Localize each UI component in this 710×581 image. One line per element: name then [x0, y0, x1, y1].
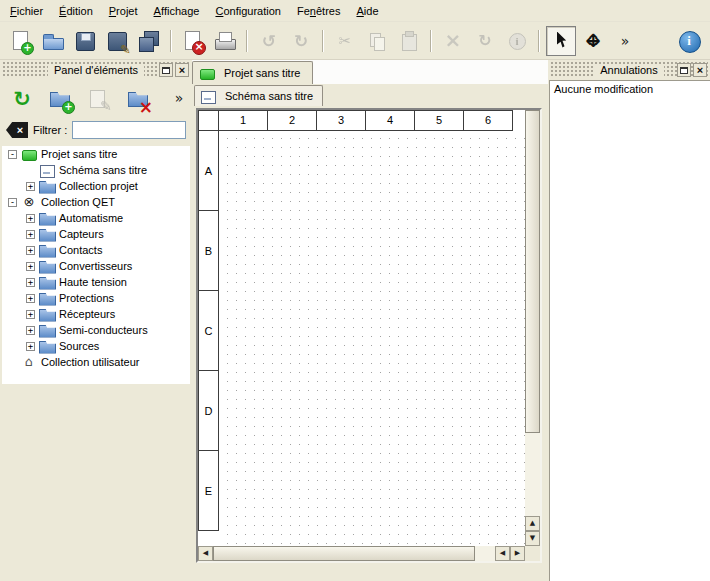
- tree-expander[interactable]: [26, 246, 35, 255]
- tree-expander[interactable]: [26, 262, 35, 271]
- menu-aide[interactable]: Aide: [348, 1, 386, 20]
- menu-projet[interactable]: Projet: [101, 1, 146, 20]
- redo-button[interactable]: [286, 26, 316, 56]
- tree-expander[interactable]: [26, 214, 35, 223]
- vertical-scrollbar-track[interactable]: [525, 433, 540, 516]
- delete-element-button[interactable]: [122, 82, 156, 116]
- elements-panel-title-bar[interactable]: Panel d'éléments: [2, 62, 190, 78]
- menu-edition[interactable]: Édition: [51, 1, 101, 20]
- diagram-sheet[interactable]: 1 2 3 4 5 6 A B: [198, 110, 525, 546]
- rotate-button[interactable]: [470, 26, 500, 56]
- undo-button[interactable]: [254, 26, 284, 56]
- tree-expander[interactable]: [26, 326, 35, 335]
- tree-expander[interactable]: [26, 294, 35, 303]
- menu-fenetres[interactable]: Fenêtres: [289, 1, 348, 20]
- tree-item-haute-tension[interactable]: Haute tension: [2, 274, 190, 290]
- save-as-icon: [105, 29, 129, 53]
- undo-arrow-icon: [257, 29, 281, 53]
- folder-icon: [39, 276, 55, 289]
- qet-collection-icon: [21, 196, 37, 209]
- column-header: 4: [365, 110, 415, 131]
- scroll-up-button[interactable]: [525, 516, 540, 531]
- tab-projet-sans-titre[interactable]: Projet sans titre: [192, 61, 313, 84]
- tree-expander[interactable]: [26, 310, 35, 319]
- tree-item-capteurs[interactable]: Capteurs: [2, 226, 190, 242]
- tree-expander[interactable]: [26, 182, 35, 191]
- tree-expander[interactable]: [8, 198, 17, 207]
- new-file-button[interactable]: [6, 26, 36, 56]
- element-info-button[interactable]: [502, 26, 532, 56]
- save-button[interactable]: [70, 26, 100, 56]
- clipboard-icon: [397, 29, 421, 53]
- menu-fichier[interactable]: Fichier: [2, 1, 51, 20]
- horizontal-scrollbar-thumb[interactable]: [213, 546, 475, 561]
- column-header: 2: [267, 110, 317, 131]
- toolbar-separator: [167, 27, 175, 55]
- tab-schema-sans-titre[interactable]: Schéma sans titre: [194, 85, 323, 106]
- tree-item-label: Contacts: [59, 244, 102, 256]
- delete-button[interactable]: [438, 26, 468, 56]
- selection-mode-button[interactable]: [546, 26, 576, 56]
- cut-button[interactable]: [330, 26, 360, 56]
- tree-item-collection-qet[interactable]: Collection QET: [2, 194, 190, 210]
- copy-pages-icon: [365, 29, 389, 53]
- tree-item-contacts[interactable]: Contacts: [2, 242, 190, 258]
- save-all-button[interactable]: [134, 26, 164, 56]
- tree-item-schema-sans-titre[interactable]: Schéma sans titre: [2, 162, 190, 178]
- tree-item-semi-conducteurs[interactable]: Semi-conducteurs: [2, 322, 190, 338]
- menu-configuration[interactable]: Configuration: [207, 1, 289, 20]
- tree-item-collection-projet[interactable]: Collection projet: [2, 178, 190, 194]
- tree-item-convertisseurs[interactable]: Convertisseurs: [2, 258, 190, 274]
- open-file-button[interactable]: [38, 26, 68, 56]
- edit-element-button[interactable]: [83, 82, 117, 116]
- scroll-left-button-2[interactable]: [495, 546, 510, 561]
- tree-item-label: Projet sans titre: [41, 148, 117, 160]
- filter-input[interactable]: [72, 121, 186, 139]
- new-element-button[interactable]: [44, 82, 78, 116]
- scrollbar-corner: [525, 546, 540, 561]
- reload-collections-button[interactable]: [5, 82, 39, 116]
- about-qet-button[interactable]: [674, 26, 704, 56]
- close-file-button[interactable]: [178, 26, 208, 56]
- print-button[interactable]: [210, 26, 240, 56]
- tree-expander[interactable]: [26, 342, 35, 351]
- column-header: 1: [218, 110, 268, 131]
- tree-expander[interactable]: [26, 278, 35, 287]
- paste-button[interactable]: [394, 26, 424, 56]
- tree-expander[interactable]: [8, 150, 17, 159]
- tree-item-sources[interactable]: Sources: [2, 338, 190, 354]
- undo-panel-title-bar[interactable]: Annulations: [550, 62, 708, 78]
- printer-icon: [213, 29, 237, 53]
- save-as-button[interactable]: [102, 26, 132, 56]
- close-panel-button[interactable]: [175, 63, 189, 77]
- scroll-right-button[interactable]: [510, 546, 525, 561]
- scroll-down-button[interactable]: [525, 531, 540, 546]
- vertical-scrollbar[interactable]: [525, 110, 540, 546]
- copy-button[interactable]: [362, 26, 392, 56]
- tree-item-protections[interactable]: Protections: [2, 290, 190, 306]
- tree-item-automatisme[interactable]: Automatisme: [2, 210, 190, 226]
- scroll-left-button[interactable]: [198, 546, 213, 561]
- open-folder-icon: [41, 29, 65, 53]
- toolbar-overflow-button[interactable]: [610, 26, 640, 56]
- horizontal-scrollbar-track[interactable]: [475, 546, 495, 561]
- tree-item-label: Collection QET: [41, 196, 115, 208]
- float-panel-button[interactable]: [677, 63, 691, 77]
- info-circle-icon: [505, 29, 529, 53]
- project-tab-label: Projet sans titre: [224, 67, 300, 79]
- menu-affichage[interactable]: Affichage: [146, 1, 208, 20]
- float-panel-button[interactable]: [159, 63, 173, 77]
- horizontal-scrollbar[interactable]: [198, 546, 525, 561]
- dot-grid-area[interactable]: [219, 130, 525, 546]
- tree-expander[interactable]: [26, 230, 35, 239]
- tree-item-collection-utilisateur[interactable]: Collection utilisateur: [2, 354, 190, 370]
- panel-overflow-button[interactable]: [171, 82, 187, 116]
- close-panel-button[interactable]: [693, 63, 707, 77]
- tree-item-label: Capteurs: [59, 228, 104, 240]
- undo-history-list[interactable]: Aucune modification: [549, 80, 710, 581]
- clear-filter-button[interactable]: [6, 122, 28, 138]
- tree-item-recepteurs[interactable]: Récepteurs: [2, 306, 190, 322]
- tree-item-projet-sans-titre[interactable]: Projet sans titre: [2, 146, 190, 162]
- visualisation-mode-button[interactable]: [578, 26, 608, 56]
- vertical-scrollbar-thumb[interactable]: [525, 110, 540, 433]
